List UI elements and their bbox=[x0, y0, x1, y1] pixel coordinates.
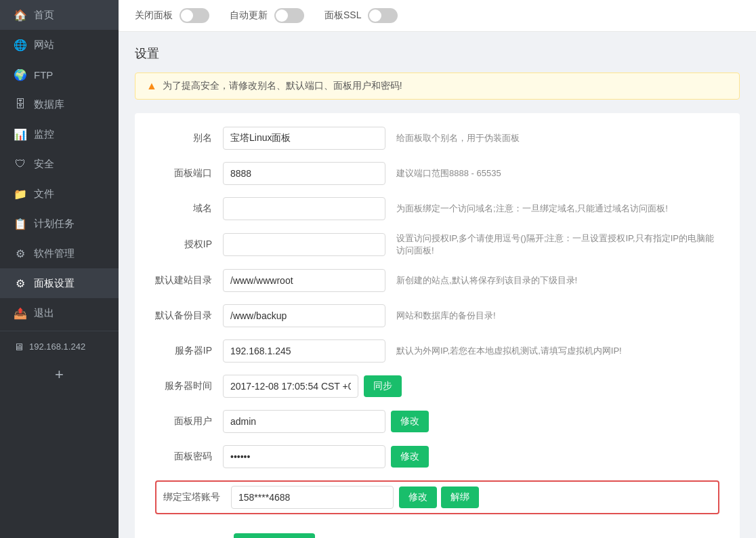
panel-pwd-btn-group: 修改 bbox=[391, 446, 429, 468]
sidebar-label: 软件管理 bbox=[34, 247, 75, 260]
software-icon: ⚙ bbox=[14, 247, 27, 260]
panel-user-row: 面板用户 修改 bbox=[155, 410, 719, 433]
server-time-label: 服务器时间 bbox=[155, 380, 223, 392]
alias-label: 别名 bbox=[155, 132, 223, 144]
bind-account-label: 绑定宝塔账号 bbox=[163, 491, 231, 503]
database-icon: 🗄 bbox=[14, 98, 27, 111]
default-dir-input[interactable] bbox=[223, 269, 385, 292]
sidebar-item-tasks[interactable]: 📋 计划任务 bbox=[0, 209, 119, 239]
domain-label: 域名 bbox=[155, 203, 223, 215]
save-row: 保存 bbox=[155, 526, 719, 538]
tasks-icon: 📋 bbox=[14, 217, 27, 230]
sidebar-item-panel[interactable]: ⚙ 面板设置 bbox=[0, 268, 119, 298]
settings-section: 设置 ▲ 为了提高安全，请修改别名、默认端口、面板用户和密码! 别名 给面板取个… bbox=[119, 32, 756, 538]
panel-user-input[interactable] bbox=[223, 410, 385, 433]
sidebar-item-logout[interactable]: 📤 退出 bbox=[0, 298, 119, 328]
toggle-auto-update[interactable] bbox=[274, 8, 304, 23]
alias-desc: 给面板取个别名，用于伪装面板 bbox=[396, 132, 719, 144]
server-ip-desc: 默认为外网IP,若您在本地虚拟机测试,请填写虚拟机内网IP! bbox=[396, 345, 719, 357]
settings-form: 别名 给面板取个别名，用于伪装面板 面板端口 建议端口范围8888 - 6553… bbox=[135, 113, 740, 538]
settings-title: 设置 bbox=[135, 45, 740, 62]
panel-pwd-label: 面板密码 bbox=[155, 451, 223, 463]
toggle1-label: 关闭面板 bbox=[135, 9, 173, 22]
sidebar-item-software[interactable]: ⚙ 软件管理 bbox=[0, 239, 119, 268]
port-input[interactable] bbox=[223, 162, 385, 185]
sidebar-item-home[interactable]: 🏠 首页 bbox=[0, 0, 119, 30]
unbind-account-button[interactable]: 解绑 bbox=[441, 487, 479, 508]
backup-dir-desc: 网站和数据库的备份目录! bbox=[396, 310, 719, 322]
sidebar-ip: 🖥 192.168.1.242 bbox=[0, 334, 119, 359]
toggle2-label: 自动更新 bbox=[230, 9, 268, 22]
sidebar-label: 文件 bbox=[34, 188, 54, 201]
save-button[interactable]: 保存 bbox=[234, 533, 315, 538]
panel-pwd-input[interactable] bbox=[223, 445, 385, 468]
sidebar-label: 监控 bbox=[34, 128, 54, 141]
toggle-group-1: 关闭面板 bbox=[135, 8, 209, 23]
backup-dir-label: 默认备份目录 bbox=[155, 310, 223, 322]
modify-account-button[interactable]: 修改 bbox=[399, 487, 437, 508]
alias-input[interactable] bbox=[223, 127, 385, 150]
alias-row: 别名 给面板取个别名，用于伪装面板 bbox=[155, 127, 719, 150]
auth-ip-desc: 设置访问授权IP,多个请使用逗号()隔开;注意：一旦设置授权IP,只有指定IP的… bbox=[396, 232, 719, 257]
server-time-input[interactable] bbox=[223, 375, 358, 398]
sidebar-item-database[interactable]: 🗄 数据库 bbox=[0, 89, 119, 119]
auth-ip-input[interactable] bbox=[223, 233, 385, 256]
domain-input[interactable] bbox=[223, 197, 385, 220]
sidebar-item-security[interactable]: 🛡 安全 bbox=[0, 149, 119, 179]
default-dir-row: 默认建站目录 新创建的站点,默认将保存到该目录的下级目录! bbox=[155, 269, 719, 292]
sidebar-label: FTP bbox=[34, 69, 53, 81]
bind-account-input[interactable] bbox=[231, 486, 394, 509]
sidebar-add-button[interactable]: + bbox=[0, 359, 119, 390]
sidebar-label: 安全 bbox=[34, 158, 54, 171]
sidebar-label: 计划任务 bbox=[34, 218, 75, 230]
panel-user-btn-group: 修改 bbox=[391, 411, 429, 432]
ip-address: 192.168.1.242 bbox=[29, 342, 85, 352]
default-dir-label: 默认建站目录 bbox=[155, 274, 223, 287]
alert-box: ▲ 为了提高安全，请修改别名、默认端口、面板用户和密码! bbox=[135, 73, 740, 100]
sidebar-label: 网站 bbox=[34, 39, 54, 51]
main-content: 关闭面板 自动更新 面板SSL 设置 ▲ 为了提高安全，请修改别名、默认端口、面… bbox=[119, 0, 756, 538]
server-time-btn-group: 同步 bbox=[364, 375, 402, 397]
sidebar-label: 首页 bbox=[34, 9, 54, 22]
sidebar-label: 面板设置 bbox=[34, 277, 75, 290]
alert-icon: ▲ bbox=[146, 80, 157, 92]
modify-pwd-button[interactable]: 修改 bbox=[391, 446, 429, 468]
sidebar-item-monitor[interactable]: 📊 监控 bbox=[0, 119, 119, 149]
port-desc: 建议端口范围8888 - 65535 bbox=[396, 167, 719, 180]
sidebar: 🏠 首页 🌐 网站 🌍 FTP 🗄 数据库 📊 监控 🛡 安全 📁 文件 📋 计… bbox=[0, 0, 119, 538]
bind-account-btn-group: 修改 解绑 bbox=[399, 487, 479, 508]
sync-time-button[interactable]: 同步 bbox=[364, 375, 402, 397]
panel-pwd-row: 面板密码 修改 bbox=[155, 445, 719, 468]
domain-desc: 为面板绑定一个访问域名;注意：一旦绑定域名,只能通过域名访问面板! bbox=[396, 203, 719, 215]
ftp-icon: 🌍 bbox=[14, 68, 27, 81]
server-ip-row: 服务器IP 默认为外网IP,若您在本地虚拟机测试,请填写虚拟机内网IP! bbox=[155, 339, 719, 363]
sidebar-item-website[interactable]: 🌐 网站 bbox=[0, 30, 119, 60]
toggle-ssl[interactable] bbox=[368, 8, 398, 23]
topbar: 关闭面板 自动更新 面板SSL bbox=[119, 0, 756, 32]
logout-icon: 📤 bbox=[14, 306, 27, 320]
port-row: 面板端口 建议端口范围8888 - 65535 bbox=[155, 162, 719, 185]
toggle-group-3: 面板SSL bbox=[324, 8, 398, 23]
sidebar-item-ftp[interactable]: 🌍 FTP bbox=[0, 60, 119, 89]
sidebar-item-files[interactable]: 📁 文件 bbox=[0, 179, 119, 209]
home-icon: 🏠 bbox=[14, 8, 27, 22]
alert-text: 为了提高安全，请修改别名、默认端口、面板用户和密码! bbox=[163, 80, 402, 92]
panel-icon: ⚙ bbox=[14, 276, 27, 290]
website-icon: 🌐 bbox=[14, 38, 27, 51]
modify-user-button[interactable]: 修改 bbox=[391, 411, 429, 432]
backup-dir-input[interactable] bbox=[223, 304, 385, 327]
security-icon: 🛡 bbox=[14, 157, 27, 171]
domain-row: 域名 为面板绑定一个访问域名;注意：一旦绑定域名,只能通过域名访问面板! bbox=[155, 197, 719, 220]
panel-user-label: 面板用户 bbox=[155, 415, 223, 428]
default-dir-desc: 新创建的站点,默认将保存到该目录的下级目录! bbox=[396, 274, 719, 287]
files-icon: 📁 bbox=[14, 187, 27, 201]
backup-dir-row: 默认备份目录 网站和数据库的备份目录! bbox=[155, 304, 719, 327]
server-ip-label: 服务器IP bbox=[155, 345, 223, 357]
sidebar-label: 数据库 bbox=[34, 98, 64, 111]
sidebar-label: 退出 bbox=[34, 307, 54, 320]
server-ip-input[interactable] bbox=[223, 339, 385, 363]
monitor-icon: 📊 bbox=[14, 127, 27, 141]
toggle3-label: 面板SSL bbox=[324, 9, 361, 22]
port-label: 面板端口 bbox=[155, 167, 223, 180]
toggle-close-panel[interactable] bbox=[180, 8, 209, 23]
